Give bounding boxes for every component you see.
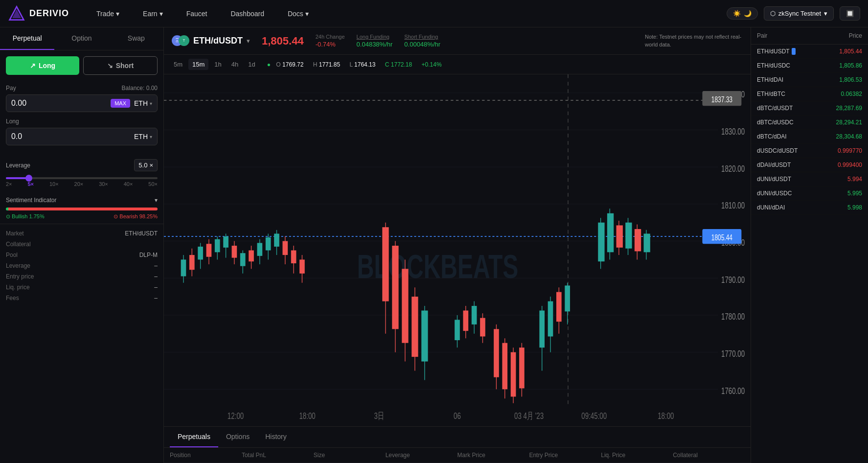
nav-earn[interactable]: Earn ▾: [139, 8, 167, 20]
tab-perpetuals[interactable]: Perpetuals: [170, 427, 218, 447]
sentiment-bar: [6, 208, 158, 210]
logo[interactable]: DERIVIO: [8, 5, 69, 23]
tab-history[interactable]: History: [257, 427, 295, 447]
max-button[interactable]: MAX: [111, 99, 130, 108]
wallet-button[interactable]: 🔲: [840, 6, 860, 21]
pair-row[interactable]: dBTC/dDAI28,304.68: [751, 130, 868, 144]
svg-text:1820.00: 1820.00: [721, 163, 745, 173]
svg-rect-60: [382, 227, 388, 301]
svg-rect-34: [198, 247, 203, 259]
col-pnl: Total PnL: [242, 452, 314, 459]
long-button[interactable]: ↗ Long: [6, 56, 79, 75]
candlestick-chart: 1840.00 1830.00 1820.00 1810.00 1800.00 …: [164, 74, 751, 426]
pair-info: Ξ T ETH/dUSDT ▾: [172, 35, 250, 47]
top-nav: DERIVIO Trade ▾ Earn ▾ Faucet Dashboard …: [0, 0, 868, 27]
svg-rect-84: [519, 347, 525, 388]
chevron-down-icon-3: ▾: [155, 197, 158, 204]
svg-rect-52: [274, 233, 279, 246]
svg-text:12:00: 12:00: [228, 411, 244, 421]
pair-row[interactable]: dUNI/dUSDC5.995: [751, 186, 868, 201]
tab-perpetual[interactable]: Perpetual: [0, 27, 54, 50]
bearish-label: ⊙ Bearish 98.25%: [114, 213, 158, 220]
svg-rect-30: [181, 259, 186, 276]
pair-icons: Ξ T: [172, 35, 189, 47]
svg-rect-96: [607, 213, 614, 252]
svg-text:1790.00: 1790.00: [721, 274, 745, 284]
svg-text:1770.00: 1770.00: [721, 348, 745, 359]
tf-1d[interactable]: 1d: [244, 59, 259, 70]
svg-text:03 4月 '23: 03 4月 '23: [514, 411, 544, 421]
sentiment-section: Sentiment Indicator ▾ ⊙ Bullish 1.75% ⊙ …: [0, 193, 163, 224]
svg-rect-48: [257, 243, 263, 255]
short-button[interactable]: ↘ Short: [83, 56, 158, 75]
pair-row[interactable]: dBTC/dUSDT28,287.69: [751, 101, 868, 116]
svg-rect-32: [189, 255, 195, 270]
pay-input-row: MAX ETH ▾: [6, 94, 158, 112]
col-liq-price: Liq. Price: [601, 452, 673, 459]
svg-rect-70: [455, 320, 460, 340]
long-input[interactable]: [11, 132, 134, 141]
theme-toggle[interactable]: ☀️🌙: [727, 7, 758, 20]
svg-text:1837.33: 1837.33: [711, 95, 732, 104]
pair-row[interactable]: dBTC/dUSDC28,294.21: [751, 116, 868, 130]
col-mark-price: Mark Price: [457, 452, 529, 459]
pair-dropdown[interactable]: ▾: [247, 37, 250, 45]
pair-row[interactable]: ETH/dUSDC1,805.86: [751, 59, 868, 73]
svg-text:09:45:00: 09:45:00: [581, 411, 607, 421]
svg-rect-68: [421, 310, 428, 361]
col-position: Position: [170, 452, 242, 459]
svg-rect-44: [240, 253, 246, 266]
svg-rect-102: [635, 229, 641, 251]
tab-option[interactable]: Option: [54, 27, 109, 50]
svg-rect-50: [266, 237, 271, 250]
long-short-row: ↗ Long ↘ Short: [0, 50, 163, 81]
active-pair-badge: [792, 48, 796, 55]
leverage-value-display: 5.0 ×: [134, 159, 158, 171]
pair-row[interactable]: dUNI/dUSDT5.994: [751, 172, 868, 186]
24h-change: 24h Change -0.74%: [316, 34, 345, 48]
pair-row[interactable]: dUSDC/dUSDT0.999770: [751, 144, 868, 158]
nav-right: ☀️🌙 ⬡ zkSync Testnet ▾ 🔲: [727, 6, 860, 21]
tab-options[interactable]: Options: [218, 427, 257, 447]
svg-rect-58: [299, 259, 305, 273]
svg-text:3日: 3日: [374, 411, 384, 421]
left-tabs: Perpetual Option Swap: [0, 27, 163, 50]
tab-swap[interactable]: Swap: [109, 27, 163, 50]
market-price: 1,805.44: [262, 35, 304, 47]
nav-dashboard[interactable]: Dashboard: [227, 8, 268, 20]
right-panel: Pair Price ETH/dUSDT1,805.44ETH/dUSDC1,8…: [751, 27, 868, 463]
leverage-slider[interactable]: 2× 5× 10× 20× 30× 40× 50×: [6, 175, 158, 189]
short-funding: Short Funding 0.00048%/hr: [404, 34, 440, 48]
market-header: Ξ T ETH/dUSDT ▾ 1,805.44 24h Change -0.7…: [164, 27, 751, 55]
svg-text:1830.00: 1830.00: [721, 126, 745, 137]
logo-text: DERIVIO: [29, 8, 69, 19]
tf-15m[interactable]: 15m: [188, 59, 208, 70]
nav-trade[interactable]: Trade ▾: [92, 8, 123, 20]
usdt-icon: T: [179, 35, 189, 46]
pay-token-select[interactable]: ETH ▾: [134, 99, 152, 107]
svg-rect-54: [282, 241, 288, 255]
network-selector[interactable]: ⬡ zkSync Testnet ▾: [764, 6, 834, 21]
testnet-note: Note: Testnet prices may not reflect rea…: [645, 33, 743, 48]
svg-text:18:00: 18:00: [299, 411, 315, 421]
tf-1h[interactable]: 1h: [210, 59, 225, 70]
long-token-select[interactable]: ETH ▾: [134, 133, 152, 140]
pairs-list: ETH/dUSDT1,805.44ETH/dUSDC1,805.86ETH/dD…: [751, 45, 868, 215]
svg-rect-38: [215, 239, 220, 252]
svg-text:1805.44: 1805.44: [711, 233, 732, 242]
nav-faucet[interactable]: Faucet: [183, 8, 211, 20]
pay-input[interactable]: [11, 99, 111, 108]
pair-row[interactable]: ETH/dDAI1,806.53: [751, 73, 868, 87]
pair-row[interactable]: dDAI/dUSDT0.999400: [751, 158, 868, 172]
pair-row[interactable]: ETH/dBTC0.06382: [751, 87, 868, 101]
tf-5m[interactable]: 5m: [170, 59, 186, 70]
svg-rect-86: [539, 310, 545, 347]
pair-row[interactable]: ETH/dUSDT1,805.44: [751, 45, 868, 59]
svg-text:18:00: 18:00: [658, 411, 674, 421]
svg-rect-66: [411, 297, 418, 357]
pair-row[interactable]: dUNI/dDAI5.998: [751, 201, 868, 215]
svg-rect-82: [511, 352, 516, 397]
svg-text:06: 06: [454, 411, 461, 421]
nav-docs[interactable]: Docs ▾: [284, 8, 313, 20]
tf-4h[interactable]: 4h: [228, 59, 242, 70]
